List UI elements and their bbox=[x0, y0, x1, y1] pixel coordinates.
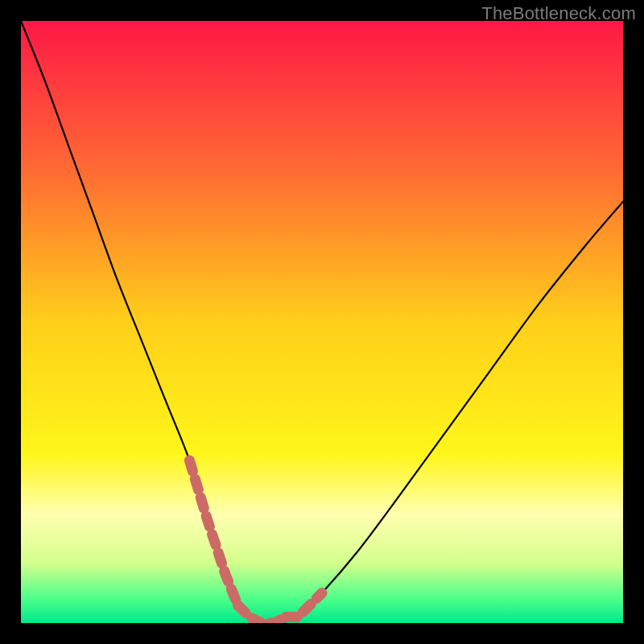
bottleneck-curve bbox=[21, 21, 623, 623]
marker-segment-1 bbox=[237, 605, 286, 623]
marker-segment-2 bbox=[286, 593, 322, 617]
watermark-text: TheBottleneck.com bbox=[481, 3, 636, 24]
chart-frame bbox=[21, 21, 623, 623]
marker-segment-0 bbox=[189, 460, 237, 605]
